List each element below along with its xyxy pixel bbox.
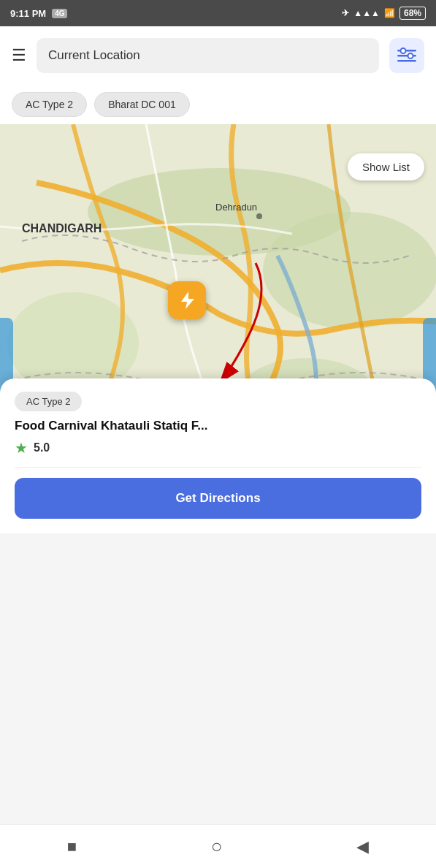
- hamburger-menu-icon[interactable]: ☰: [12, 46, 26, 65]
- chip-ac-type-2[interactable]: AC Type 2: [12, 92, 87, 117]
- lightning-icon: [177, 290, 197, 311]
- svg-point-13: [256, 213, 262, 219]
- status-network: 4G: [52, 9, 67, 18]
- send-icon: ✈: [342, 8, 349, 18]
- home-nav-icon[interactable]: ○: [211, 835, 223, 858]
- charging-station-pin[interactable]: [168, 281, 206, 319]
- chip-bharat-dc[interactable]: Bharat DC 001: [94, 92, 190, 117]
- back-nav-icon[interactable]: ◀: [356, 837, 369, 856]
- station-name: Food Carnival Khatauli Statiq F...: [15, 419, 421, 433]
- svg-rect-2: [397, 60, 416, 62]
- stop-nav-icon[interactable]: ■: [67, 837, 77, 856]
- battery-icon: 68%: [399, 7, 426, 20]
- card-chip-label: AC Type 2: [15, 392, 82, 411]
- status-time: 9:11 PM: [10, 8, 46, 19]
- filter-chips-bar: AC Type 2 Bharat DC 001: [0, 85, 436, 124]
- filter-sliders-icon: [397, 47, 416, 64]
- get-directions-button[interactable]: Get Directions: [15, 478, 421, 519]
- svg-text:Dehradun: Dehradun: [215, 202, 257, 213]
- svg-point-4: [408, 53, 413, 58]
- map-view[interactable]: CHANDIGARH Dehradun radaba Na Show List …: [0, 124, 436, 533]
- nav-bar: ■ ○ ◀: [0, 824, 436, 868]
- star-icon: ★: [15, 439, 28, 457]
- filter-button[interactable]: [389, 38, 424, 73]
- header: ☰ Current Location: [0, 26, 436, 85]
- rating-row: ★ 5.0: [15, 439, 421, 457]
- station-info-card: AC Type 2 Food Carnival Khatauli Statiq …: [0, 378, 436, 533]
- wifi-icon: 📶: [384, 8, 395, 18]
- status-bar: 9:11 PM 4G ✈ ▲▲▲ 📶 68%: [0, 0, 436, 26]
- status-bar-right: ✈ ▲▲▲ 📶 68%: [342, 7, 426, 20]
- rating-value: 5.0: [34, 441, 50, 454]
- search-box[interactable]: Current Location: [37, 38, 379, 73]
- svg-point-3: [401, 48, 406, 53]
- status-bar-left: 9:11 PM 4G: [10, 8, 67, 19]
- show-list-button[interactable]: Show List: [348, 153, 424, 180]
- card-divider: [15, 467, 421, 468]
- signal-bars-icon: ▲▲▲: [353, 8, 380, 18]
- svg-text:CHANDIGARH: CHANDIGARH: [22, 222, 102, 235]
